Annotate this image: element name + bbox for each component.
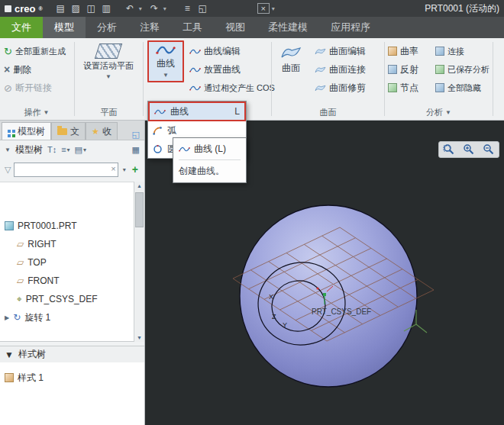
surface-trim-button[interactable]: 曲面修剪 [312, 79, 368, 96]
zoom-region-button[interactable] [440, 142, 458, 157]
style-tree-header[interactable]: ▼ 样式树 [0, 346, 144, 362]
tree-item-csys[interactable]: ⌖ PRT_CSYS_DEF [0, 290, 134, 308]
model-tree-header: ▼ 模型树 T↕ ≡▾ ▤▾ ▦ [0, 140, 144, 159]
place-curve-button[interactable]: 放置曲线 [187, 61, 243, 78]
scroll-up-icon[interactable]: ▲ [134, 183, 144, 188]
tab-folder-browser[interactable]: 文 [51, 122, 86, 140]
filter-caret-icon[interactable]: ▾ [121, 166, 128, 173]
break-link-button[interactable]: ⊘ 断开链接 [2, 79, 54, 96]
zoom-out-button[interactable] [480, 142, 498, 157]
curvature-button[interactable]: 曲率 [386, 43, 421, 60]
open-file-icon[interactable]: ▨ [69, 3, 82, 14]
surface-connect-button[interactable]: 曲面连接 [312, 61, 368, 78]
print-icon[interactable]: ▥ [100, 3, 113, 14]
tree-item-front-plane[interactable]: ▱ FRONT [0, 272, 134, 290]
window-icon[interactable]: ◱ [196, 3, 209, 14]
save-icon[interactable]: ◫ [85, 3, 98, 14]
csys-label: PRT_CSYS_DEF [312, 307, 371, 316]
tab-view[interactable]: 视图 [214, 17, 257, 38]
group-label-operations[interactable]: 操作 ▼ [0, 107, 73, 118]
delete-button[interactable]: × 删除 [2, 61, 34, 78]
undo-caret-icon[interactable]: ▾ [139, 5, 146, 12]
regenerate-list-icon[interactable]: ≡ [181, 3, 194, 14]
navigator-tabs: 模型树 文 ★ 收 ◱ [0, 121, 144, 140]
scrollbar-thumb[interactable] [135, 192, 144, 227]
surface-button[interactable]: 曲面 [274, 43, 308, 77]
graphics-toolbar [438, 141, 499, 158]
group-label-plane: 平面 [76, 107, 142, 118]
place-curve-icon [189, 66, 201, 73]
zoom-in-button[interactable] [460, 142, 478, 157]
surface-trim-icon [315, 84, 326, 92]
model-tree-icon [8, 130, 11, 133]
expand-caret-icon[interactable]: ▶ [5, 314, 9, 321]
tab-model[interactable]: 模型 [43, 17, 86, 38]
reflection-icon [388, 65, 397, 74]
tree-item-part[interactable]: PRT0001.PRT [0, 217, 134, 235]
node-button[interactable]: 节点 [386, 79, 421, 96]
tree-item-top-plane[interactable]: ▱ TOP [0, 253, 134, 272]
ok-button-clipped[interactable]: ✓ 确 [496, 44, 504, 74]
circle-icon [153, 144, 163, 154]
tab-tools[interactable]: 工具 [171, 17, 214, 38]
tree-list-icon[interactable]: ≡▾ [61, 145, 69, 154]
tab-model-tree[interactable]: 模型树 [2, 122, 51, 140]
plane-hatch-icon [95, 43, 122, 59]
reflection-button[interactable]: 反射 [386, 61, 421, 78]
model-tree: PRT0001.PRT ▱ RIGHT ▱ TOP ▱ FRONT ⌖ PRT_… [0, 182, 134, 342]
group-plane: 设置活动平面 ▼ 平面 [76, 38, 142, 121]
zoom-region-icon [443, 143, 455, 156]
curve-edit-button[interactable]: 曲线编辑 [187, 43, 243, 60]
close-window-icon[interactable]: × [257, 3, 270, 14]
add-filter-icon[interactable]: + [131, 163, 140, 175]
datum-plane-icon: ▱ [17, 257, 24, 268]
clear-filter-icon[interactable]: × [111, 164, 115, 173]
titlebar: creo ® ▤ ▨ ◫ ▥ ↶ ▾ ↷ ▾ ≡ ◱ × ▾ PRT0001 (… [0, 0, 504, 17]
window-title: PRT0001 (活动的) [425, 2, 499, 15]
new-file-icon[interactable]: ▤ [54, 3, 67, 14]
tab-file[interactable]: 文件 [0, 17, 43, 38]
caret-down-icon: ▼ [445, 109, 451, 116]
tree-item-style[interactable]: 样式 1 [0, 369, 144, 387]
tree-settings-icon[interactable]: ▦ [132, 145, 140, 155]
curve-tooltip: 曲线 (L) 创建曲线。 [173, 137, 247, 183]
tree-filter-input[interactable] [14, 163, 118, 177]
tab-favorites[interactable]: ★ 收 [86, 122, 118, 140]
scroll-down-icon[interactable]: ▼ [134, 335, 144, 340]
creo-logo-icon [5, 5, 11, 12]
curve-cos-button[interactable]: 通过相交产生 COS [187, 79, 277, 96]
saved-analysis-button[interactable]: 已保存分析 [433, 61, 492, 78]
connect-analysis-button[interactable]: 连接 [433, 43, 467, 60]
menu-item-curve[interactable]: 曲线 L [148, 101, 246, 121]
curve-wave-icon [179, 146, 190, 153]
csys-icon: ⌖ [17, 294, 22, 304]
surface-edit-button[interactable]: 曲面编辑 [312, 43, 368, 60]
set-active-plane-button[interactable]: 设置活动平面 ▼ [76, 41, 141, 82]
titlebar-more-caret-icon[interactable]: ▾ [272, 5, 279, 12]
style-icon [5, 373, 14, 382]
tab-annotate[interactable]: 注释 [128, 17, 171, 38]
hide-all-button[interactable]: 全部隐藏 [433, 79, 483, 96]
axis-z-label: Z [272, 313, 276, 320]
undo-icon[interactable]: ↶ [124, 3, 137, 14]
collapse-caret-icon[interactable]: ▼ [5, 146, 11, 153]
tab-applications[interactable]: 应用程序 [319, 17, 382, 38]
caret-down-icon: ▼ [105, 73, 111, 80]
regenerate-all-button[interactable]: ↻ 全部重新生成 [2, 43, 68, 60]
surface-connect-icon [315, 66, 326, 74]
redo-icon[interactable]: ↷ [148, 3, 161, 14]
group-label-analysis[interactable]: 分析 ▼ [386, 107, 492, 118]
tree-options-icon[interactable]: ▤▾ [75, 145, 86, 155]
group-analysis: 曲率 反射 节点 连接 已保存分析 全部隐藏 [386, 38, 492, 121]
tree-item-revolve[interactable]: ▶ ↻ 旋转 1 [0, 308, 134, 327]
curve-button[interactable]: 曲线 ▼ [147, 40, 184, 82]
redo-caret-icon[interactable]: ▾ [163, 5, 170, 12]
tab-analysis[interactable]: 分析 [86, 17, 128, 38]
datum-plane-icon: ▱ [17, 239, 24, 250]
tree-item-right-plane[interactable]: ▱ RIGHT [0, 235, 134, 253]
tree-scrollbar[interactable]: ▲ ▼ [134, 182, 144, 342]
model-tree-title: 模型树 [15, 143, 43, 156]
detach-panel-icon[interactable]: ◱ [129, 130, 143, 140]
tab-flexible-modeling[interactable]: 柔性建模 [257, 17, 319, 38]
tree-sort-icon[interactable]: T↕ [47, 145, 57, 154]
